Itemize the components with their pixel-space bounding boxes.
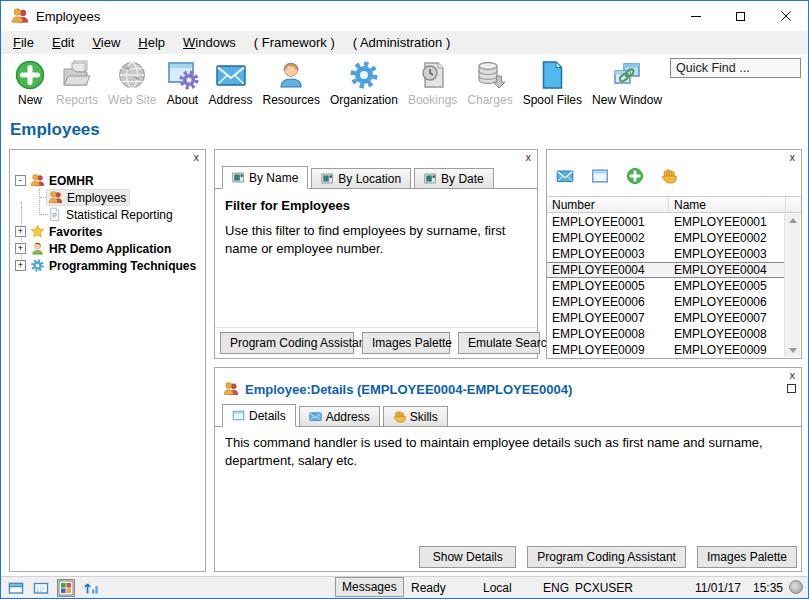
table-row[interactable]: EMPLOYEE0001EMPLOYEE0001	[547, 214, 784, 230]
employee-table: EMPLOYEE0001EMPLOYEE0001 EMPLOYEE0002EMP…	[547, 214, 784, 357]
window-controls	[673, 1, 808, 31]
column-header-number[interactable]: Number	[547, 197, 669, 212]
about-window-gear-icon	[167, 59, 199, 91]
table-row[interactable]: EMPLOYEE0009EMPLOYEE0009	[547, 342, 784, 357]
form-icon	[424, 172, 437, 185]
list-toolbar	[556, 167, 677, 185]
menu-item-windows[interactable]: Windows	[174, 32, 245, 53]
program-coding-assistant-button[interactable]: Program Coding Assistant	[220, 332, 354, 354]
details-description: This command handler is used to maintain…	[225, 434, 803, 470]
new-plus-icon	[14, 59, 46, 91]
menu-item-framework[interactable]: ( Framework )	[245, 32, 344, 53]
tab-details[interactable]: Details	[222, 404, 296, 427]
menu-item-help[interactable]: Help	[129, 32, 174, 53]
table-row[interactable]: EMPLOYEE0008EMPLOYEE0008	[547, 326, 784, 342]
toolbar-item-organization[interactable]: Organization	[325, 57, 403, 109]
app-window: Employees File Edit View Help Windows ( …	[0, 0, 809, 599]
images-palette-button[interactable]: Images Palette	[362, 332, 450, 354]
menu-item-view[interactable]: View	[83, 32, 129, 53]
title-bar: Employees	[1, 1, 808, 31]
column-header-name[interactable]: Name	[669, 197, 786, 212]
windows-link-icon	[611, 59, 643, 91]
add-icon[interactable]	[626, 167, 644, 185]
sort-ascending-icon[interactable]	[82, 579, 100, 597]
status-icons	[7, 579, 100, 597]
reports-folder-icon	[61, 59, 93, 91]
emulate-search-button[interactable]: Emulate Search	[458, 332, 540, 354]
status-connection: Local	[483, 581, 512, 595]
page-title: Employees	[10, 120, 100, 140]
images-palette-button[interactable]: Images Palette	[697, 546, 797, 568]
table-row-selected[interactable]: EMPLOYEE0004EMPLOYEE0004	[547, 262, 784, 278]
window-layout-icon[interactable]	[7, 579, 25, 597]
toolbar-item-web-site: Web Site	[103, 57, 161, 109]
toolbar-item-about[interactable]: About	[162, 57, 204, 109]
form-icon	[232, 171, 245, 184]
tree-node-employees[interactable]: Employees	[10, 189, 205, 206]
close-panel-icon[interactable]: x	[192, 151, 202, 163]
vertical-scrollbar[interactable]	[784, 214, 800, 357]
table-row[interactable]: EMPLOYEE0006EMPLOYEE0006	[547, 294, 784, 310]
tree-node-hr-demo-application[interactable]: + HR Demo Application	[10, 240, 205, 257]
collapse-expander[interactable]: -	[15, 175, 26, 186]
scroll-up-icon[interactable]	[789, 218, 797, 223]
program-coding-assistant-button[interactable]: Program Coding Assistant	[527, 546, 686, 568]
menu-item-edit[interactable]: Edit	[43, 32, 83, 53]
show-details-button[interactable]: Show Details	[419, 546, 516, 568]
tree-node-statistical-reporting[interactable]: Statistical Reporting	[10, 206, 205, 223]
envelope-icon[interactable]	[556, 167, 574, 185]
tree-node-eomhr[interactable]: - EOMHR	[10, 172, 205, 189]
window-icon[interactable]	[591, 167, 609, 185]
close-button[interactable]	[763, 1, 808, 31]
maximize-icon	[736, 12, 745, 21]
expand-expander[interactable]: +	[15, 243, 26, 254]
tree-node-favorites[interactable]: + Favorites	[10, 223, 205, 240]
toolbar-item-reports: Reports	[51, 57, 103, 109]
hand-icon[interactable]	[661, 168, 677, 184]
toolbar-item-new-window[interactable]: New Window	[587, 57, 667, 109]
quick-find-input[interactable]	[670, 58, 801, 78]
filter-tabstrip: By Name By Location By Date	[215, 165, 537, 189]
toolbar-item-new[interactable]: New	[9, 57, 51, 109]
maximize-button[interactable]	[718, 1, 763, 31]
scroll-down-icon[interactable]	[789, 348, 797, 353]
tab-by-location[interactable]: By Location	[311, 168, 411, 189]
close-panel-icon[interactable]: x	[788, 151, 798, 163]
minimize-button[interactable]	[673, 1, 718, 31]
expand-expander[interactable]: +	[15, 226, 26, 237]
status-date: 11/01/17	[695, 581, 741, 595]
navigation-tree-panel: x - EOMHR Employees Statistical Reportin…	[9, 149, 206, 572]
table-row[interactable]: EMPLOYEE0005EMPLOYEE0005	[547, 278, 784, 294]
close-panel-icon[interactable]: x	[524, 151, 534, 163]
table-row[interactable]: EMPLOYEE0003EMPLOYEE0003	[547, 246, 784, 262]
employee-list-panel: x Number Name EMPLOYEE0001EMPLOYEE0001 E…	[546, 149, 802, 359]
toolbar-item-resources[interactable]: Resources	[258, 57, 325, 109]
menu-item-administration[interactable]: ( Administration )	[344, 32, 460, 53]
toolbar-item-address[interactable]: Address	[204, 57, 258, 109]
app-people-icon	[11, 7, 29, 25]
messages-button[interactable]: Messages	[335, 577, 404, 597]
tab-address[interactable]: Address	[299, 406, 380, 427]
gear-icon	[348, 59, 380, 91]
window-title: Employees	[36, 9, 100, 24]
maximize-panel-icon[interactable]	[787, 384, 796, 393]
hand-icon	[393, 410, 406, 423]
tab-by-name[interactable]: By Name	[222, 166, 308, 189]
people-icon	[223, 381, 239, 397]
tree-node-programming-techniques[interactable]: + Programming Techniques	[10, 257, 205, 274]
expand-expander[interactable]: +	[15, 260, 26, 271]
toolbar-item-bookings: Bookings	[403, 57, 462, 109]
close-panel-icon[interactable]: x	[788, 369, 798, 381]
tab-by-date[interactable]: By Date	[414, 168, 494, 189]
filter-heading: Filter for Employees	[225, 198, 350, 213]
tab-skills[interactable]: Skills	[383, 406, 448, 427]
window-grid-icon[interactable]	[32, 579, 50, 597]
report-document-icon	[47, 207, 62, 222]
minimize-icon	[691, 16, 701, 17]
table-row[interactable]: EMPLOYEE0007EMPLOYEE0007	[547, 310, 784, 326]
table-row[interactable]: EMPLOYEE0002EMPLOYEE0002	[547, 230, 784, 246]
filter-description: Use this filter to find employees by sur…	[225, 222, 531, 257]
color-palette-icon[interactable]	[57, 579, 75, 597]
menu-item-file[interactable]: File	[4, 32, 43, 53]
toolbar-item-spool-files[interactable]: Spool Files	[518, 57, 587, 109]
